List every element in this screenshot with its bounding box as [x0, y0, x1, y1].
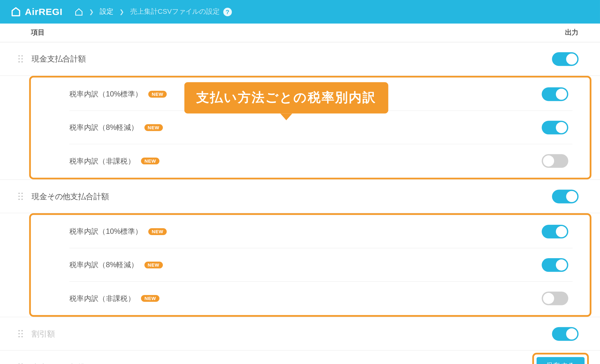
app-header: AirREGI ❯ 設定 ❯ 売上集計CSVファイルの設定 ? [0, 0, 600, 23]
row-label: 税率内訳（10%標準） [69, 226, 142, 236]
new-badge: NEW [148, 91, 167, 97]
logo[interactable]: AirREGI [10, 6, 62, 17]
new-badge: NEW [144, 124, 163, 131]
toggle-cash-total[interactable] [552, 52, 578, 66]
callout-tooltip: 支払い方法ごとの税率別内訳 [184, 82, 388, 113]
row-label: 現金支払合計額 [32, 54, 86, 64]
toggle-rate-10-b[interactable] [542, 224, 568, 238]
row-cash-total: 現金支払合計額 [0, 42, 600, 76]
highlight-group-2: 税率内訳（10%標準） NEW 税率内訳（8%軽減） NEW 税率内訳（非課税）… [29, 213, 591, 317]
drag-handle-icon[interactable] [17, 330, 24, 338]
col-output-label: 出力 [565, 28, 583, 37]
chevron-right-icon: ❯ [89, 8, 94, 15]
drag-handle-icon[interactable] [17, 192, 24, 200]
breadcrumb-home[interactable] [74, 7, 83, 16]
toggle-other-cash-total[interactable] [552, 189, 578, 203]
row-label: 税率内訳（8%軽減） [69, 260, 138, 270]
row-label: 現金その他支払合計額 [32, 191, 109, 201]
row-label: 税率内訳（非課税） [69, 156, 135, 166]
save-button[interactable]: 保存する [537, 357, 585, 364]
row-non-tax: 税率内訳（非課税） NEW [69, 144, 572, 178]
toggle-rate-10[interactable] [542, 87, 568, 101]
new-badge: NEW [141, 295, 159, 302]
row-sales-10: 売上（10%標準） [0, 351, 600, 364]
drag-handle-icon[interactable] [17, 55, 24, 63]
home-icon [74, 7, 83, 16]
breadcrumb: ❯ 設定 ❯ 売上集計CSVファイルの設定 ? [74, 7, 232, 16]
toggle-rate-8-b[interactable] [542, 258, 568, 272]
save-highlight: 保存する [532, 353, 589, 364]
toggle-non-tax[interactable] [542, 154, 568, 168]
breadcrumb-current: 売上集計CSVファイルの設定 [130, 7, 220, 16]
help-icon[interactable]: ? [223, 7, 232, 16]
col-item-label: 項目 [31, 28, 45, 37]
toggle-rate-8[interactable] [542, 121, 568, 134]
toggle-discount[interactable] [552, 327, 578, 341]
row-label: 割引額 [32, 329, 55, 339]
new-badge: NEW [148, 228, 167, 235]
row-rate-10-b: 税率内訳（10%標準） NEW [69, 215, 572, 248]
new-badge: NEW [144, 261, 163, 268]
row-rate-8: 税率内訳（8%軽減） NEW [69, 111, 572, 144]
row-label: 売上（10%標準） [32, 362, 93, 364]
chevron-right-icon: ❯ [119, 8, 124, 15]
columns-header: 項目 出力 [0, 23, 600, 42]
row-other-cash-total: 現金その他支払合計額 [0, 180, 600, 213]
toggle-non-tax-b[interactable] [542, 292, 568, 305]
row-discount: 割引額 [0, 317, 600, 351]
breadcrumb-settings[interactable]: 設定 [100, 7, 113, 16]
new-badge: NEW [141, 158, 159, 165]
row-label: 税率内訳（8%軽減） [69, 122, 138, 132]
brand-text: AirREGI [25, 6, 62, 17]
row-label: 税率内訳（10%標準） [69, 89, 142, 99]
row-label: 税率内訳（非課税） [69, 293, 135, 303]
logo-icon [10, 6, 22, 17]
row-rate-8-b: 税率内訳（8%軽減） NEW [69, 248, 572, 282]
settings-list: 支払い方法ごとの税率別内訳 現金支払合計額 税率内訳（10%標準） NEW 税率… [0, 42, 600, 364]
row-non-tax-b: 税率内訳（非課税） NEW [69, 282, 572, 315]
